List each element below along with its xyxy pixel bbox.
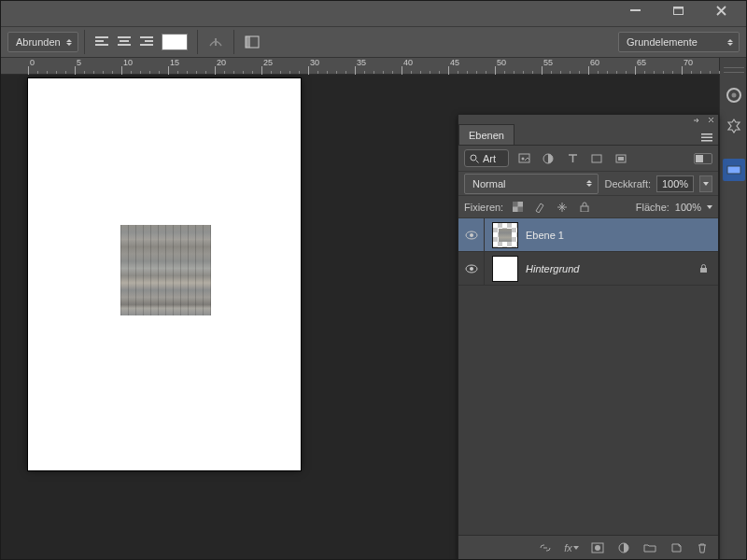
filter-adjustment-icon[interactable]: [539, 150, 557, 167]
svg-rect-3: [95, 36, 108, 38]
opacity-flyout-icon[interactable]: [699, 175, 712, 192]
dropdown-arrows-icon: [586, 180, 592, 187]
layer-mask-icon[interactable]: [587, 539, 608, 557]
separator: [84, 30, 85, 54]
panels-button[interactable]: [240, 31, 264, 53]
tab-layers[interactable]: Ebenen: [458, 124, 514, 145]
search-icon: [470, 154, 479, 163]
filter-kind-dropdown[interactable]: Art: [464, 149, 509, 167]
fill-flyout-icon[interactable]: [707, 205, 712, 209]
adjustment-layer-icon[interactable]: [613, 539, 634, 557]
lock-position-icon[interactable]: [554, 199, 571, 216]
layer-group-icon[interactable]: [640, 539, 660, 557]
panel-footer: fx: [458, 535, 718, 559]
svg-rect-5: [95, 44, 108, 46]
layer-list[interactable]: Ebene 1Hintergrund: [458, 218, 718, 535]
layers-panel-icon[interactable]: [723, 159, 745, 181]
horizontal-ruler[interactable]: 0510152025303540455055606570: [0, 58, 719, 75]
workspace-dropdown[interactable]: Grundelemente: [618, 32, 740, 52]
filter-toggle[interactable]: [694, 153, 712, 164]
texture-layer-content[interactable]: [120, 225, 211, 315]
svg-rect-31: [581, 206, 588, 212]
layer-name[interactable]: Hintergrund: [526, 263, 696, 274]
svg-point-38: [595, 545, 600, 551]
svg-rect-14: [246, 36, 250, 48]
panel-menu-area: [514, 133, 718, 145]
minimize-button[interactable]: [622, 2, 648, 19]
warp-text-button[interactable]: [204, 31, 228, 53]
svg-rect-0: [630, 9, 641, 11]
svg-rect-12: [215, 38, 217, 46]
layer-thumbnail[interactable]: [492, 256, 518, 282]
svg-rect-9: [140, 36, 153, 38]
filter-smart-icon[interactable]: [612, 150, 630, 167]
blend-mode-value: Normal: [472, 178, 505, 189]
layer-name[interactable]: Ebene 1: [526, 230, 696, 241]
filter-type-icon[interactable]: [563, 150, 582, 167]
fill-label: Fläche:: [636, 202, 669, 213]
cap-style-dropdown[interactable]: Abrunden: [7, 32, 78, 52]
collapse-panel-icon[interactable]: [694, 117, 701, 124]
svg-rect-4: [95, 40, 104, 42]
opacity-value[interactable]: 100%: [656, 175, 694, 192]
align-right-button[interactable]: [135, 32, 158, 52]
lock-icon: [696, 264, 711, 273]
svg-rect-29: [513, 202, 518, 207]
filter-pixel-icon[interactable]: [514, 150, 533, 167]
new-layer-icon[interactable]: [666, 539, 686, 557]
align-center-button[interactable]: [113, 32, 135, 52]
opacity-label: Deckkraft:: [604, 178, 651, 189]
dropdown-arrows-icon: [66, 39, 72, 46]
workspace-value: Grundelemente: [627, 36, 698, 48]
svg-rect-18: [701, 133, 712, 135]
cap-style-value: Abrunden: [16, 36, 61, 48]
panel-menu-icon[interactable]: [701, 133, 714, 145]
options-bar: Abrunden Grundelemente: [0, 26, 747, 58]
align-left-button[interactable]: [91, 32, 113, 52]
svg-rect-10: [145, 40, 153, 42]
svg-rect-25: [592, 155, 601, 162]
separator: [197, 30, 198, 54]
link-layers-icon[interactable]: [535, 539, 556, 557]
svg-rect-17: [727, 166, 740, 174]
layer-row[interactable]: Hintergrund: [458, 252, 718, 286]
right-dock: [719, 58, 747, 560]
svg-rect-11: [140, 44, 153, 46]
layer-filter-row: Art: [458, 146, 718, 172]
filter-kind-value: Art: [483, 153, 496, 164]
lock-transparency-icon[interactable]: [509, 199, 526, 216]
blend-opacity-row: Normal Deckkraft: 100%: [458, 172, 718, 196]
lock-pixels-icon[interactable]: [531, 199, 548, 216]
svg-rect-20: [701, 140, 712, 142]
lock-all-icon[interactable]: [576, 199, 593, 216]
blend-mode-dropdown[interactable]: Normal: [464, 174, 599, 194]
close-panel-icon[interactable]: [707, 117, 714, 124]
fill-value[interactable]: 100%: [675, 202, 701, 213]
svg-rect-6: [118, 36, 131, 38]
canvas[interactable]: [28, 78, 301, 470]
layers-panel: Ebenen Art Normal Deckkraft: 100% Fixier…: [458, 114, 719, 560]
visibility-toggle[interactable]: [458, 252, 485, 286]
swatches-panel-icon[interactable]: [723, 114, 745, 136]
layer-fx-icon[interactable]: fx: [561, 539, 582, 557]
window-controls: [0, 0, 747, 21]
panel-tabbar: Ebenen: [458, 125, 718, 146]
layer-row[interactable]: Ebene 1: [458, 218, 718, 252]
dock-grip[interactable]: [724, 67, 744, 73]
delete-layer-icon[interactable]: [692, 539, 712, 557]
svg-rect-8: [118, 44, 131, 46]
color-swatch[interactable]: [162, 34, 188, 50]
svg-point-16: [731, 93, 736, 98]
svg-rect-2: [673, 7, 683, 8]
svg-rect-36: [700, 268, 707, 273]
color-panel-icon[interactable]: [723, 84, 745, 106]
filter-shape-icon[interactable]: [587, 150, 606, 167]
svg-point-33: [470, 233, 473, 237]
svg-point-23: [521, 158, 524, 161]
close-button[interactable]: [708, 2, 734, 19]
layer-thumbnail[interactable]: [492, 222, 518, 248]
visibility-toggle[interactable]: [458, 218, 485, 252]
maximize-button[interactable]: [665, 2, 691, 19]
separator: [233, 30, 234, 54]
dropdown-arrows-icon: [727, 39, 733, 46]
